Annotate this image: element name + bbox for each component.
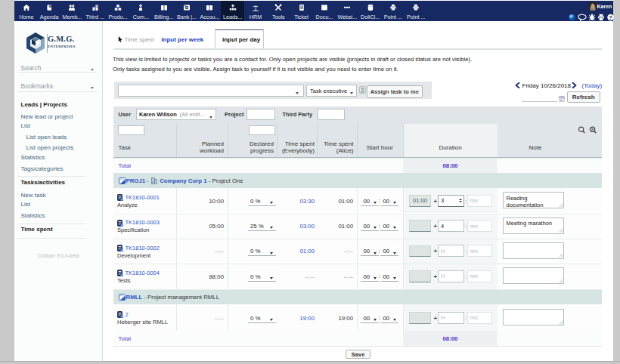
- svg-text:17: 17: [560, 98, 564, 102]
- svg-text:?: ?: [609, 14, 612, 20]
